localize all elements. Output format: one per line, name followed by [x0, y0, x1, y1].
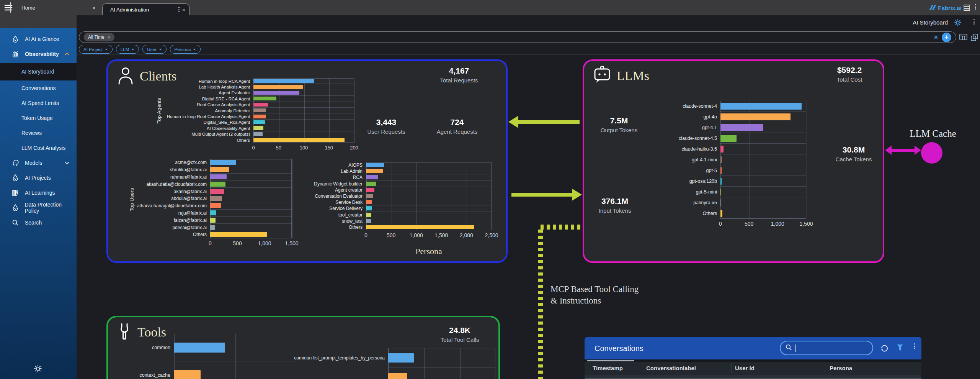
bar-atharva-hanagal-cloudfabrix-com[interactable] [210, 203, 221, 208]
conversations-options-icon[interactable] [912, 343, 918, 349]
bar-aiops[interactable] [366, 163, 384, 167]
bar-gpt-5-mini[interactable] [720, 189, 721, 195]
close-tab-icon[interactable]: × [92, 5, 96, 11]
bar-digital-sre-rca-agent[interactable] [253, 120, 265, 124]
bar-shrutika-fabrix-ai[interactable] [210, 167, 229, 172]
bar-gpt-4o[interactable] [720, 113, 791, 120]
bar-tool-creator[interactable] [366, 213, 371, 217]
chart-category-label: gpt-5 [655, 168, 720, 173]
sidebar-item-ai-projects[interactable]: AI Projects [0, 170, 77, 185]
bar-root-cause-analysis-agent[interactable] [253, 103, 268, 107]
bar-snow-test[interactable] [366, 219, 371, 223]
sidebar-item-observability[interactable]: Observability [0, 46, 77, 61]
bar-acme-cfx-com[interactable] [210, 160, 236, 165]
time-filter-chip[interactable]: All Time × [84, 33, 114, 41]
bar-common[interactable] [174, 343, 225, 353]
sidebar-item-search[interactable]: Search [0, 215, 77, 230]
sidebar-item-data-protection-policy[interactable]: Data Protection Policy [0, 200, 77, 215]
bar-others[interactable] [253, 138, 345, 142]
bar-service-delivery[interactable] [366, 206, 372, 210]
bar-others[interactable] [366, 225, 474, 229]
sidebar-item-reviews[interactable]: Reviews [0, 125, 77, 140]
column-header-conversationlabel[interactable]: Conversationlabel [646, 362, 696, 375]
filter-search-bar[interactable]: All Time × × + [79, 31, 956, 43]
sidebar-item-ai-learnings[interactable]: AI Learnings [0, 185, 77, 200]
bar-gpt-4-1-mini[interactable] [720, 156, 722, 163]
bar-dynamic-widget-builder[interactable] [366, 182, 376, 186]
column-header-user-id[interactable]: User Id [735, 362, 755, 375]
bar-faizan-fabrix-ai[interactable] [210, 218, 216, 223]
column-header-timestamp[interactable]: Timestamp [593, 362, 623, 375]
browser-menu-icon[interactable] [973, 3, 978, 10]
bar-context-cache[interactable] [174, 370, 201, 379]
add-filter-icon[interactable]: + [942, 33, 951, 42]
column-header-persona[interactable]: Persona [830, 362, 852, 375]
bar-gpt-oss-120b[interactable] [720, 178, 722, 185]
settings-gear-icon[interactable] [954, 19, 962, 28]
bar-agent-evaluator[interactable] [253, 91, 299, 95]
table-view-icon[interactable] [959, 34, 967, 42]
llm-cache-node[interactable] [921, 142, 942, 164]
sidebar-item-ai-storyboard[interactable]: AI Storyboard [0, 63, 77, 80]
bar-raju-fabrix-ai[interactable] [210, 210, 216, 215]
clear-filters-icon[interactable]: × [934, 34, 938, 41]
bar-service-desk[interactable] [366, 200, 372, 204]
bar-lab-admin[interactable] [366, 169, 383, 173]
chart-category-label: Service Delivery [298, 206, 366, 211]
scrollbar-thumb[interactable] [587, 360, 634, 361]
close-tab-icon[interactable]: × [182, 7, 185, 13]
mcp-note: MCP Based Tool Calling & Instructions [550, 284, 639, 307]
bar-akash-datla-cloudfabrix-com[interactable] [210, 182, 225, 187]
bar-multi-output-agent-2-outputs[interactable] [253, 132, 263, 136]
bar-others[interactable] [720, 210, 722, 217]
bar-lab-health-analysis-agent[interactable] [253, 85, 303, 89]
conversations-search-input[interactable] [780, 341, 873, 355]
top-users-chart: acme@cfx.comshrutika@fabrix.airahman@fab… [124, 159, 292, 249]
bar-row-1[interactable] [388, 373, 407, 379]
bar-pdesai-fabrix-ai[interactable] [210, 225, 215, 230]
bar-digital-sre-rca-agent[interactable] [253, 97, 276, 100]
bar-akash-fabrix-ai[interactable] [210, 189, 224, 194]
bar-human-in-loop-rca-agent[interactable] [253, 79, 314, 83]
sidebar-item-ai-at-a-glance[interactable]: AI At a Glance [0, 31, 77, 46]
filter-chip-persona[interactable]: Persona [170, 45, 201, 54]
sidebar-item-ai-spend-limits[interactable]: AI Spend Limits [0, 95, 77, 110]
bar-common-list-prompt-templates-by-persona[interactable] [388, 353, 414, 363]
refresh-icon[interactable] [880, 344, 889, 354]
bar-claude-sonnet-4-5[interactable] [720, 135, 737, 142]
copy-dashboard-icon[interactable] [971, 34, 978, 43]
bar-anomaly-detector[interactable] [253, 108, 266, 112]
bar-gpt-5[interactable] [720, 167, 722, 174]
filter-chip-ai-project[interactable]: AI Project [79, 45, 113, 54]
bar-human-in-loop-root-cause-analysis-agent[interactable] [253, 115, 266, 118]
bar-gpt-4-1[interactable] [720, 124, 763, 131]
filter-chip-user[interactable]: User [142, 45, 166, 54]
bar-claude-haiku-3-5[interactable] [720, 146, 724, 153]
remove-filter-icon[interactable]: × [108, 34, 111, 40]
bar-rahman-fabrix-ai[interactable] [210, 174, 227, 179]
tab-home[interactable]: Home × [11, 0, 100, 15]
sidebar-item-token-usage[interactable]: Token Usage [0, 110, 77, 125]
bar-conversation-evaluator[interactable] [366, 194, 373, 198]
tab-home-label: Home [21, 5, 92, 11]
bar-abdulla-fabrix-ai[interactable] [210, 196, 222, 201]
tab-options-icon[interactable] [176, 6, 182, 13]
bar-agent-creator[interactable] [366, 188, 374, 192]
sidebar-item-llm-cost-analysis[interactable]: LLM Cost Analysis [0, 140, 77, 155]
bar-palmyra-x5[interactable] [720, 199, 721, 206]
bar-ai-observability-agent[interactable] [253, 126, 263, 130]
sidebar-item-models[interactable]: Models [0, 155, 77, 170]
bar-claude-sonnet-4[interactable] [720, 103, 802, 110]
sidebar-item-label: AI Projects [25, 175, 51, 181]
bar-rca[interactable] [366, 175, 378, 179]
sidebar-item-conversations[interactable]: Conversations [0, 80, 77, 95]
filter-chip-llm[interactable]: LLM [116, 45, 139, 54]
filter-funnel-icon[interactable] [897, 344, 903, 353]
tab-ai-administration[interactable]: AI Administration × [102, 3, 189, 15]
view-options-icon[interactable] [971, 18, 977, 25]
brand-logo[interactable]: Fabrix.ai [931, 0, 962, 15]
bar-others[interactable] [210, 232, 267, 237]
sidebar-settings-gear-icon[interactable] [34, 364, 42, 374]
server-list-icon[interactable] [964, 5, 970, 12]
chart-category-label: Human-in-loop Root Cause Analysis Agent [162, 114, 253, 119]
